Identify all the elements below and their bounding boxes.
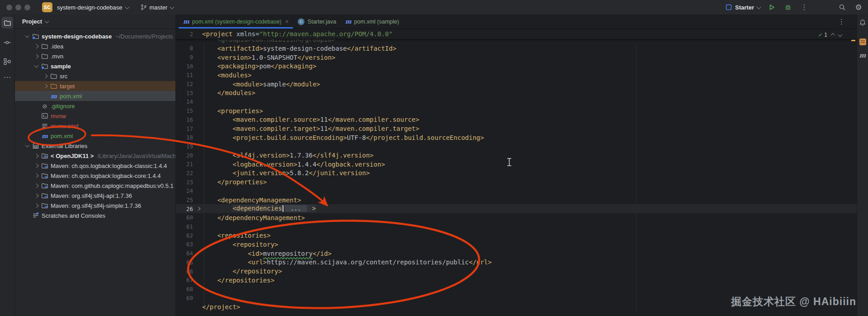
code-line-22[interactable]: 22<junit.version>5.8.2</junit.version> xyxy=(176,169,857,178)
code-line-62[interactable]: 62<repositories> xyxy=(176,231,857,240)
chevron-right-icon[interactable] xyxy=(32,194,40,197)
code-line-63[interactable]: 63<repository> xyxy=(176,240,857,249)
chevron-down-icon[interactable] xyxy=(23,145,31,147)
line-number: 66 xyxy=(176,268,195,275)
project-tool-button[interactable] xyxy=(1,17,13,29)
code-line-24[interactable]: 24 xyxy=(176,187,857,196)
tree-row--gitignore[interactable]: ⊘.gitignore xyxy=(15,101,175,111)
tree-row--idea[interactable]: >.idea xyxy=(15,41,175,51)
code-line-9[interactable]: 9<version>1.0-SNAPSHOT</version> xyxy=(176,53,857,62)
error-stripe-mark[interactable] xyxy=(851,40,855,41)
code-line-12[interactable]: 12<module>sample</module> xyxy=(176,80,857,89)
tab-pom-xml-sample[interactable]: m pom.xml (sample) xyxy=(341,14,404,29)
code-line-60[interactable]: 60</dependencyManagement> xyxy=(176,213,857,222)
tree-row-maven-ch-qos-logback-logback-core-1-4-4[interactable]: >Maven: ch.qos.logback:logback-core:1.4.… xyxy=(15,171,175,181)
tree-row-pom-xml[interactable]: mpom.xml xyxy=(15,91,175,101)
code-line-13[interactable]: 13</modules> xyxy=(176,88,857,97)
chevron-right-icon[interactable] xyxy=(32,55,40,58)
tab-bar-options[interactable]: ⋮ xyxy=(838,14,845,29)
tree-row-maven-org-slf4j-slf4j-simple-1-7-36[interactable]: >Maven: org.slf4j:slf4j-simple:1.7.36 xyxy=(15,201,175,211)
chevron-down-icon[interactable] xyxy=(838,32,842,36)
code-line-61[interactable]: 61 xyxy=(176,222,857,231)
tree-row-mvnw[interactable]: mvnw xyxy=(15,111,175,121)
code-line-10[interactable]: 10<packaging>pom</packaging> xyxy=(176,62,857,71)
tree-row-maven-ch-qos-logback-logback-classic-1-4-4[interactable]: >Maven: ch.qos.logback:logback-classic:1… xyxy=(15,161,175,171)
window-close-icon[interactable] xyxy=(6,5,12,10)
settings-button[interactable]: ⚙ xyxy=(854,2,863,12)
project-panel-header[interactable]: Project xyxy=(15,14,175,29)
run-config-selector[interactable]: Starter xyxy=(726,4,760,11)
inspections-widget[interactable]: ✓ 1 xyxy=(818,32,841,38)
chevron-right-icon[interactable] xyxy=(32,174,40,177)
window-minimize-icon[interactable] xyxy=(15,5,21,10)
code-line-18[interactable]: 18<project.build.sourceEncoding>UTF-8</p… xyxy=(176,133,857,142)
code-line-65[interactable]: 65<url>https://maven.scijava.org/content… xyxy=(176,258,857,267)
code-line-16[interactable]: 16<maven.compiler.source>11</maven.compi… xyxy=(176,115,857,124)
code-line-19[interactable]: 19 xyxy=(176,142,857,151)
tree-row-pom-xml[interactable]: mpom.xml xyxy=(15,131,175,141)
code-line-67[interactable]: 67</repositories> xyxy=(176,276,857,285)
code-line-66[interactable]: 66</repository> xyxy=(176,267,857,276)
chevron-down-icon[interactable] xyxy=(32,65,40,67)
chevron-right-icon[interactable] xyxy=(41,85,49,88)
project-switcher[interactable]: system-design-codebase xyxy=(57,4,129,11)
structure-tool-button[interactable] xyxy=(1,56,13,67)
tree-row-maven-org-slf4j-slf4j-api-1-7-36[interactable]: >Maven: org.slf4j:slf4j-api:1.7.36 xyxy=(15,191,175,201)
tree-row--mvn[interactable]: >.mvn xyxy=(15,51,175,61)
commit-tool-button[interactable] xyxy=(1,37,13,48)
code-text: <maven.compiler.source>11</maven.compile… xyxy=(202,116,419,123)
orange-tool-window-button[interactable] xyxy=(858,37,867,46)
tree-row-mvnw-cmd[interactable]: mvnw.cmd xyxy=(15,121,175,131)
notifications-button[interactable] xyxy=(858,18,867,27)
chevron-up-icon[interactable] xyxy=(831,34,835,38)
code-line-20[interactable]: 20<slf4j.version>1.7.36</slf4j.version> xyxy=(176,151,857,160)
code-line-17[interactable]: 17<maven.compiler.target>11</maven.compi… xyxy=(176,124,857,133)
code-token: <project.build.sourceEncoding> xyxy=(232,134,347,141)
more-tool-windows-button[interactable]: ⋯ xyxy=(1,71,13,83)
code-line-14[interactable]: 14 xyxy=(176,97,857,106)
tree-row-external-libraries[interactable]: External Libraries xyxy=(15,141,175,151)
code-line-15[interactable]: 15<properties> xyxy=(176,106,857,115)
line-number: 22 xyxy=(176,170,195,177)
close-icon[interactable]: × xyxy=(285,18,289,25)
tree-row-scratches-and-consoles[interactable]: Scratches and Consoles xyxy=(15,211,175,220)
ignore-icon: ⊘ xyxy=(40,103,49,110)
debug-button[interactable] xyxy=(783,2,793,12)
tree-row-src[interactable]: >src xyxy=(15,71,175,81)
tree-row-sample[interactable]: >sample xyxy=(15,61,175,71)
tree-item-label: .idea xyxy=(51,43,63,50)
code-line-68[interactable]: 68 xyxy=(176,285,857,294)
code-line-25[interactable]: 25<dependencyManagement> xyxy=(176,196,857,205)
branch-switcher[interactable]: master xyxy=(141,4,174,11)
code-line-64[interactable]: 64<id>mvnrepository</id> xyxy=(176,249,857,258)
run-button[interactable] xyxy=(767,2,777,12)
maven-tool-window-button[interactable]: m xyxy=(858,51,867,60)
tree-row-system-design-codebase[interactable]: >system-design-codebase~/Documents/Proje… xyxy=(15,31,175,41)
code-text: <slf4j.version>1.7.36</slf4j.version> xyxy=(202,152,373,159)
chevron-right-icon[interactable] xyxy=(32,204,40,207)
tab-starter-java[interactable]: C Starter.java xyxy=(293,14,340,29)
code-line-8[interactable]: 8<artifactId>system-design-codebase</art… xyxy=(176,44,857,53)
project-name: system-design-codebase xyxy=(57,4,123,11)
fold-arrow-icon[interactable] xyxy=(195,207,202,210)
tab-pom-xml-root[interactable]: m pom.xml (system-design-codebase) × xyxy=(179,14,293,29)
tree-row-maven-com-github-caplogic-mappedbus-v0-5-1[interactable]: >Maven: com.github.caplogic:mappedbus:v0… xyxy=(15,181,175,191)
chevron-right-icon[interactable] xyxy=(41,75,49,78)
window-zoom-icon[interactable] xyxy=(24,5,30,10)
code-line-11[interactable]: 11<modules> xyxy=(176,71,857,80)
chevron-right-icon[interactable] xyxy=(32,45,40,48)
tree-row--openjdk11-[interactable]: >< OpenJDK11 >/Library/Java/JavaVirtualM… xyxy=(15,151,175,161)
chevron-right-icon[interactable] xyxy=(32,154,40,158)
code-line-26[interactable]: 26<dependencies ... > xyxy=(176,204,857,213)
search-everywhere-button[interactable] xyxy=(837,2,847,12)
sticky-line[interactable]: 2 <project xmlns="http://maven.apache.or… xyxy=(176,29,857,39)
chevron-right-icon[interactable] xyxy=(32,164,40,168)
tree-row-target[interactable]: >target xyxy=(15,81,175,91)
chevron-down-icon[interactable] xyxy=(23,35,31,37)
folder-icon: > xyxy=(40,53,49,60)
code-line-23[interactable]: 23</properties> xyxy=(176,177,857,187)
more-actions-button[interactable]: ⋮ xyxy=(799,2,809,12)
tree-item-label: mvnw.cmd xyxy=(51,123,78,129)
code-line-21[interactable]: 21<logback.version>1.4.4</logback.versio… xyxy=(176,160,857,169)
chevron-right-icon[interactable] xyxy=(32,184,40,187)
